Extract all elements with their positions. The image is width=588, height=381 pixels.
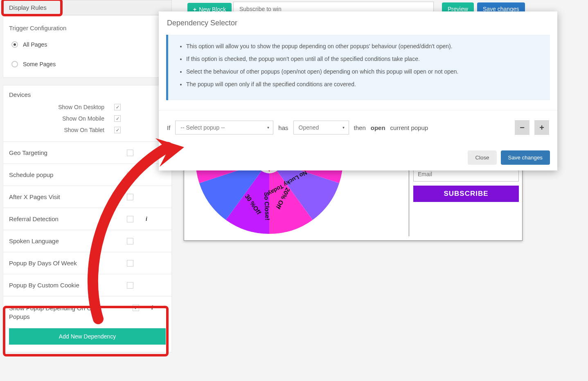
rule-label: Schedule popup <box>9 171 166 178</box>
devices-title: Devices <box>9 91 166 98</box>
checkbox-referral[interactable] <box>127 216 133 222</box>
select-popup-dropdown[interactable]: -- Select popup -- <box>175 121 273 134</box>
sidebar: Display Rules Trigger Configuration All … <box>3 0 172 352</box>
devices-section: Devices Show On Desktop Show On Mobile S… <box>3 85 172 142</box>
checkbox-show-mobile[interactable] <box>114 115 121 122</box>
checkbox-after-x[interactable] <box>127 194 133 200</box>
display-rules-header[interactable]: Display Rules <box>3 0 172 15</box>
checkbox-show-desktop[interactable] <box>114 104 121 110</box>
add-rule-button[interactable]: + <box>534 120 549 135</box>
rule-label: Spoken Language <box>9 238 166 244</box>
checkbox-dependency[interactable] <box>133 305 139 311</box>
close-button[interactable]: Close <box>468 150 496 165</box>
remove-rule-button[interactable]: − <box>515 120 529 135</box>
select-behaviour-dropdown[interactable]: Opened <box>293 121 349 134</box>
device-row-mobile: Show On Mobile <box>9 113 166 124</box>
device-label: Show On Desktop <box>58 104 104 110</box>
rule-label: Geo Targeting <box>9 149 166 156</box>
add-new-dependency-button[interactable]: Add New Dependency <box>9 328 166 345</box>
modal-title: Dependency Selector <box>159 11 557 35</box>
form-column: SUBSCRIBE <box>409 163 522 236</box>
trigger-config-title: Trigger Configuration <box>9 25 166 31</box>
device-label: Show On Mobile <box>62 115 104 122</box>
checkbox-show-tablet[interactable] <box>114 127 121 133</box>
word-open: open <box>371 124 385 131</box>
word-if: If <box>167 124 170 131</box>
trigger-configuration-section: Trigger Configuration All Pages Some Pag… <box>3 15 172 78</box>
rule-custom-cookie[interactable]: Popup By Custom Cookie <box>3 274 172 296</box>
info-bullet: Select the behaviour of other popups (op… <box>186 67 542 76</box>
rule-label: Referral Detection <box>9 215 166 222</box>
rule-label: After X Pages Visit <box>9 193 166 200</box>
device-row-desktop: Show On Desktop <box>9 101 166 113</box>
modal-info-box: This option will allow you to show the p… <box>166 35 550 100</box>
info-bullet: If this option is checked, the popup won… <box>186 55 542 63</box>
checkbox-days[interactable] <box>127 260 133 267</box>
popup-preview-area: 30 %Off So Close! 20% Off No Lucky Today… <box>184 162 523 241</box>
rule-referral-detection[interactable]: Referral Detection i <box>3 208 172 230</box>
rule-label: Popup By Days Of Week <box>9 260 166 267</box>
info-icon[interactable]: i <box>146 216 147 222</box>
rule-days-of-week[interactable]: Popup By Days Of Week <box>3 252 172 274</box>
dependency-section: Show Popup Depending On Other Popups i A… <box>3 296 172 352</box>
rule-geo-targeting[interactable]: Geo Targeting <box>3 142 172 164</box>
radio-some-pages[interactable]: Some Pages <box>11 61 166 67</box>
dependency-selector-modal: Dependency Selector This option will all… <box>159 11 557 170</box>
dependency-label: Show Popup Depending On Other Popups <box>9 304 103 321</box>
rule-schedule-popup[interactable]: Schedule popup <box>3 164 172 186</box>
device-label: Show On Tablet <box>64 127 104 133</box>
radio-label: Some Pages <box>23 61 56 67</box>
dependency-rule-row: If -- Select popup -- has Opened then op… <box>159 110 557 145</box>
checkbox-schedule[interactable] <box>127 172 133 178</box>
rule-after-x-pages[interactable]: After X Pages Visit <box>3 186 172 208</box>
word-has: has <box>278 124 288 131</box>
wheel-column: 30 %Off So Close! 20% Off No Lucky Today <box>184 163 409 236</box>
radio-icon <box>11 61 18 67</box>
checkbox-spoken[interactable] <box>127 238 133 244</box>
radio-label: All Pages <box>23 41 47 48</box>
radio-all-pages[interactable]: All Pages <box>11 41 166 48</box>
word-current-popup: current popup <box>390 124 428 131</box>
info-bullet: This option will allow you to show the p… <box>186 42 542 51</box>
info-bullet: The popup will open only if all the spec… <box>186 80 542 89</box>
subscribe-button[interactable]: SUBSCRIBE <box>413 186 519 202</box>
checkbox-cookie[interactable] <box>127 282 133 289</box>
info-icon[interactable]: i <box>151 305 153 311</box>
radio-icon <box>11 41 18 48</box>
word-then: then <box>354 124 366 131</box>
device-row-tablet: Show On Tablet <box>9 124 166 136</box>
checkbox-geo[interactable] <box>127 150 133 156</box>
rule-label: Popup By Custom Cookie <box>9 282 166 289</box>
modal-save-button[interactable]: Save changes <box>501 150 550 165</box>
rule-spoken-language[interactable]: Spoken Language <box>3 230 172 252</box>
modal-footer: Close Save changes <box>159 145 557 170</box>
